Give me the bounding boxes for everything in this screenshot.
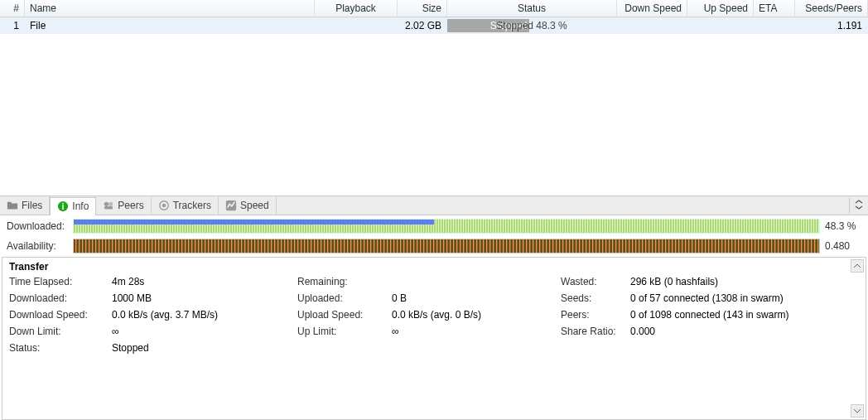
cell-up-speed: [687, 17, 754, 34]
info-icon: i: [57, 200, 69, 212]
dnlimit-value: ∞: [112, 326, 294, 337]
svg-rect-4: [104, 206, 113, 210]
col-seeds-peers[interactable]: Seeds/Peers: [795, 0, 868, 17]
expand-button[interactable]: [849, 198, 868, 214]
transfer-panel: Transfer Time Elapsed: 4m 28s Remaining:…: [2, 257, 866, 420]
availability-label: Availability:: [7, 240, 73, 252]
tab-trackers-label: Trackers: [173, 200, 211, 211]
time-elapsed-value: 4m 28s: [112, 276, 294, 287]
chevron-up-icon: [854, 263, 861, 268]
tab-peers[interactable]: Peers: [96, 196, 151, 215]
status-text: Stopped 48.3 %: [447, 19, 616, 32]
peers-label: Peers:: [561, 309, 627, 321]
svg-text:i: i: [62, 201, 65, 211]
ratio-value: 0.000: [630, 326, 859, 337]
scroll-down-button[interactable]: [851, 404, 864, 418]
wasted-value: 296 kB (0 hashfails): [630, 276, 859, 287]
col-index[interactable]: #: [0, 0, 25, 17]
downloaded-percent: 48.3 %: [820, 220, 861, 232]
progress-bars: Downloaded: 48.3 % Availability: 0.480: [0, 215, 868, 255]
torrent-row[interactable]: 1 File 2.02 GB Stopped Stopped 48.3 % 1.…: [0, 17, 868, 34]
cell-status: Stopped Stopped 48.3 %: [447, 17, 617, 34]
availability-bar: [73, 239, 820, 253]
uplimit-value: ∞: [392, 326, 557, 337]
dlspeed-value: 0.0 kB/s (avg. 3.7 MB/s): [112, 309, 294, 321]
svg-point-6: [162, 204, 166, 207]
col-eta[interactable]: ETA: [754, 0, 795, 17]
status-value: Stopped: [112, 342, 294, 354]
transfer-header: Transfer: [2, 258, 866, 276]
remaining-value: [392, 276, 557, 287]
tab-files[interactable]: Files: [0, 196, 50, 215]
seeds-value: 0 of 57 connected (1308 in swarm): [630, 292, 859, 304]
availability-value: 0.480: [820, 240, 861, 252]
downloaded-value: 1000 MB: [112, 292, 294, 304]
tab-files-label: Files: [22, 200, 42, 211]
downloaded-label2: Downloaded:: [9, 292, 108, 304]
downloaded-label: Downloaded:: [7, 220, 73, 232]
cell-eta: [754, 17, 795, 34]
seeds-label: Seeds:: [561, 292, 627, 304]
col-status[interactable]: Status: [447, 0, 617, 17]
peers-value: 0 of 1098 connected (143 in swarm): [630, 309, 859, 321]
dlspeed-label: Download Speed:: [9, 309, 108, 321]
uploaded-value: 0 B: [392, 292, 557, 304]
ulspeed-label: Upload Speed:: [297, 309, 388, 321]
col-up-speed[interactable]: Up Speed: [687, 0, 754, 17]
tab-speed-label: Speed: [240, 200, 269, 211]
scroll-up-button[interactable]: [851, 259, 864, 273]
trackers-icon: [158, 200, 170, 211]
ulspeed-value: 0.0 kB/s (avg. 0 B/s): [392, 309, 557, 321]
time-elapsed-label: Time Elapsed:: [9, 276, 108, 287]
tab-peers-label: Peers: [118, 200, 143, 211]
remaining-label: Remaining:: [297, 276, 388, 287]
cell-index: 1: [0, 17, 25, 34]
svg-point-2: [104, 202, 108, 206]
col-name[interactable]: Name: [25, 0, 315, 17]
cell-down-speed: [617, 17, 687, 34]
wasted-label: Wasted:: [561, 276, 627, 287]
col-down-speed[interactable]: Down Speed: [617, 0, 687, 17]
folder-icon: [7, 200, 18, 211]
col-size[interactable]: Size: [398, 0, 447, 17]
dnlimit-label: Down Limit:: [9, 326, 108, 337]
uploaded-label: Uploaded:: [297, 292, 388, 304]
tab-info[interactable]: i Info: [50, 197, 96, 215]
downloaded-progress: [74, 220, 434, 224]
cell-name: File: [25, 17, 315, 34]
chevron-double-icon: [855, 200, 863, 210]
svg-point-3: [108, 202, 113, 206]
peers-icon: [103, 200, 114, 211]
speed-icon: [225, 200, 237, 211]
uplimit-label: Up Limit:: [297, 326, 388, 337]
cell-seeds-peers: 1.191: [795, 17, 868, 34]
tab-speed[interactable]: Speed: [219, 196, 277, 215]
ratio-label: Share Ratio:: [561, 326, 627, 337]
downloaded-bar: [73, 219, 820, 234]
col-playback[interactable]: Playback: [315, 0, 398, 17]
cell-playback: [315, 17, 398, 34]
torrent-list-header: # Name Playback Size Status Down Speed U…: [0, 0, 868, 17]
chevron-down-icon: [854, 408, 861, 413]
cell-size: 2.02 GB: [398, 17, 447, 34]
detail-tabbar: Files i Info Peers Trackers Speed: [0, 196, 868, 215]
status-label: Status:: [9, 342, 108, 354]
tab-trackers[interactable]: Trackers: [152, 196, 219, 215]
tab-info-label: Info: [72, 200, 89, 212]
